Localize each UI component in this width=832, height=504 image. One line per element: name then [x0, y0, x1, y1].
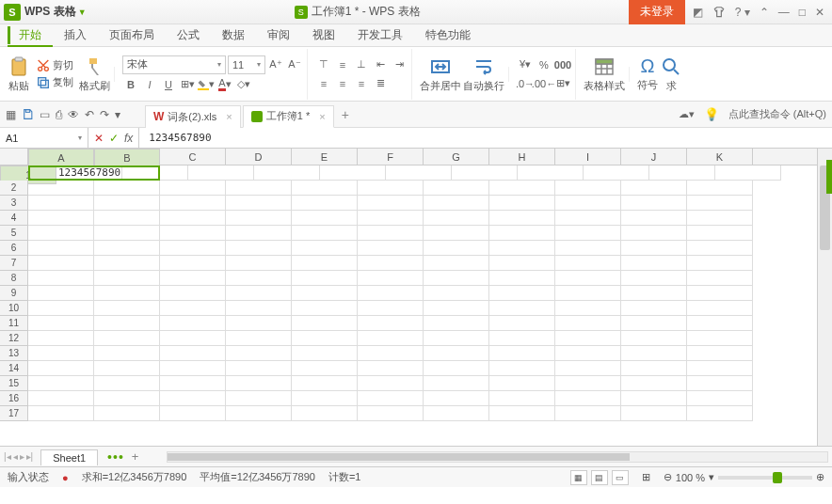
cell[interactable] [226, 241, 292, 256]
font-shrink-button[interactable]: A⁻ [286, 56, 303, 73]
cell[interactable] [28, 376, 94, 391]
tab-close-icon[interactable]: × [226, 111, 232, 122]
column-header[interactable]: E [292, 149, 358, 165]
menu-tab-review[interactable]: 审阅 [256, 24, 301, 46]
qa-open-icon[interactable]: ▭ [40, 108, 50, 121]
row-header[interactable]: 5 [0, 226, 28, 241]
cell[interactable] [489, 391, 555, 406]
row-header[interactable]: 12 [0, 331, 28, 346]
cell[interactable] [621, 316, 687, 331]
cell[interactable] [489, 331, 555, 346]
cell[interactable] [94, 316, 160, 331]
cell[interactable] [424, 211, 489, 226]
cell[interactable] [584, 165, 649, 181]
cell[interactable] [226, 391, 292, 406]
cell[interactable] [621, 361, 687, 376]
cell[interactable] [687, 391, 753, 406]
cell[interactable] [292, 286, 358, 301]
cell[interactable] [424, 346, 489, 361]
slider-knob[interactable] [773, 472, 782, 483]
cell[interactable] [621, 376, 687, 391]
cell[interactable] [358, 316, 424, 331]
cell[interactable] [687, 316, 753, 331]
cell[interactable] [292, 271, 358, 286]
view-normal-button[interactable]: ▦ [570, 470, 587, 485]
align-center-button[interactable]: ≡ [334, 75, 351, 92]
cell[interactable] [160, 271, 226, 286]
zoom-in-button[interactable]: ⊕ [816, 471, 824, 483]
cell[interactable] [687, 376, 753, 391]
cell[interactable] [489, 406, 555, 421]
close-icon[interactable]: ✕ [815, 6, 824, 19]
cell[interactable] [358, 286, 424, 301]
cell[interactable] [28, 406, 94, 421]
cell[interactable] [94, 241, 160, 256]
cell[interactable] [94, 196, 160, 211]
cell[interactable] [292, 391, 358, 406]
cell[interactable] [122, 165, 188, 181]
row-header[interactable]: 2 [0, 181, 28, 196]
cell[interactable] [94, 376, 160, 391]
cell[interactable] [621, 406, 687, 421]
cell[interactable] [292, 241, 358, 256]
cell[interactable] [94, 226, 160, 241]
row-header[interactable]: 4 [0, 211, 28, 226]
cell[interactable] [28, 196, 94, 211]
cell[interactable] [226, 256, 292, 271]
row-header[interactable]: 8 [0, 271, 28, 286]
cell[interactable] [292, 226, 358, 241]
cell[interactable] [292, 256, 358, 271]
comma-button[interactable]: 000 [554, 56, 571, 73]
qa-print-icon[interactable]: ⎙ [56, 108, 62, 121]
hscroll-thumb[interactable] [168, 453, 629, 461]
cell[interactable] [94, 301, 160, 316]
cell[interactable] [555, 241, 621, 256]
cell[interactable] [160, 346, 226, 361]
format-brush-button[interactable]: 格式刷 [79, 55, 110, 93]
cell[interactable] [160, 226, 226, 241]
cell[interactable] [424, 391, 489, 406]
column-header[interactable]: J [621, 149, 687, 165]
cell[interactable] [28, 346, 94, 361]
zoom-dropdown[interactable]: ▾ [709, 471, 714, 483]
column-header[interactable]: G [424, 149, 489, 165]
cell[interactable] [424, 226, 489, 241]
cell[interactable] [28, 211, 94, 226]
row-header[interactable]: 10 [0, 301, 28, 316]
align-top-button[interactable]: ⊤ [315, 56, 332, 73]
cell[interactable] [160, 241, 226, 256]
wrap-text-button[interactable]: 自动换行 [463, 55, 504, 93]
cell[interactable] [489, 181, 555, 196]
table-style-button[interactable]: 表格样式 [584, 55, 625, 93]
qa-redo-icon[interactable]: ↷ [100, 108, 109, 121]
fx-button[interactable]: fx [124, 132, 133, 145]
cell[interactable] [226, 406, 292, 421]
cell[interactable] [160, 331, 226, 346]
cell[interactable] [160, 301, 226, 316]
command-search[interactable]: 点此查找命令 (Alt+Q) [728, 107, 826, 121]
cell[interactable] [292, 316, 358, 331]
cell[interactable] [386, 165, 452, 181]
cell[interactable] [358, 301, 424, 316]
merge-center-button[interactable]: 合并居中 [420, 55, 461, 93]
cell[interactable] [424, 271, 489, 286]
cell[interactable] [424, 286, 489, 301]
bold-button[interactable]: B [122, 76, 139, 93]
sheet-tab[interactable]: Sheet1 [40, 449, 98, 465]
cell[interactable] [621, 226, 687, 241]
cell[interactable] [715, 165, 781, 181]
cell[interactable] [94, 331, 160, 346]
cell[interactable] [424, 316, 489, 331]
border-button[interactable]: ⊞▾ [179, 76, 196, 93]
cell[interactable] [489, 226, 555, 241]
cell[interactable] [555, 286, 621, 301]
name-box[interactable]: A1▾ [0, 128, 88, 148]
cell[interactable] [292, 361, 358, 376]
sheet-menu-icon[interactable]: ••• [107, 449, 124, 465]
row-header[interactable]: 15 [0, 376, 28, 391]
cell[interactable] [687, 271, 753, 286]
cell[interactable] [94, 256, 160, 271]
zoom-slider[interactable] [718, 476, 812, 480]
cell[interactable] [555, 271, 621, 286]
row-header[interactable]: 3 [0, 196, 28, 211]
